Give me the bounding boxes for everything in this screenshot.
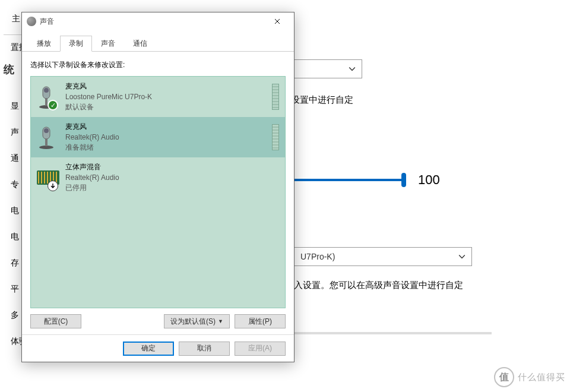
tab-playback[interactable]: 播放 bbox=[28, 36, 60, 52]
device-description: Loostone PureMic U7Pro-K bbox=[65, 93, 266, 101]
tab-sounds[interactable]: 声音 bbox=[92, 36, 124, 52]
level-meter bbox=[272, 124, 279, 150]
sidebar-item-share[interactable]: 体验共享 bbox=[0, 328, 24, 355]
input-note: 入设置。您可以在高级声音设置中进行自定 bbox=[294, 278, 570, 292]
titlebar[interactable]: 声音 bbox=[22, 12, 294, 30]
sidebar-item[interactable]: 电 bbox=[0, 198, 24, 224]
divider bbox=[4, 34, 21, 35]
sound-dialog-icon bbox=[27, 17, 36, 26]
microphone-icon: ✓ bbox=[37, 84, 59, 109]
sidebar-item[interactable]: 存 bbox=[0, 250, 24, 276]
sidebar-item[interactable]: 显 bbox=[0, 93, 24, 119]
device-action-row: 配置(C) 设为默认值(S)▼ 属性(P) bbox=[30, 314, 286, 328]
apply-button[interactable]: 应用(A) bbox=[235, 342, 286, 356]
svg-rect-10 bbox=[44, 128, 49, 133]
dialog-title: 声音 bbox=[40, 17, 265, 27]
slider-thumb[interactable] bbox=[401, 173, 406, 187]
dialog-body: 选择以下录制设备来修改设置: ✓ 麦克风 Loostone PureMic U7… bbox=[22, 52, 294, 334]
device-status: 已停用 bbox=[65, 183, 279, 193]
device-texts: 立体声混音 Realtek(R) Audio 已停用 bbox=[65, 162, 279, 193]
device-item[interactable]: 立体声混音 Realtek(R) Audio 已停用 bbox=[31, 157, 285, 198]
properties-button[interactable]: 属性(P) bbox=[235, 314, 286, 328]
chevron-down-icon bbox=[458, 253, 466, 260]
recording-device-list[interactable]: ✓ 麦克风 Loostone PureMic U7Pro-K 默认设备 bbox=[30, 76, 286, 308]
input-device-dropdown[interactable]: U7Pro-K) bbox=[294, 247, 472, 266]
cancel-button[interactable]: 取消 bbox=[179, 342, 230, 356]
instruction-text: 选择以下录制设备来修改设置: bbox=[30, 60, 286, 70]
device-item[interactable]: 麦克风 Realtek(R) Audio 准备就绪 bbox=[31, 117, 285, 157]
stereo-mix-icon bbox=[37, 165, 59, 190]
tab-recording[interactable]: 录制 bbox=[60, 36, 92, 52]
watermark-logo-icon: 值 bbox=[494, 367, 514, 387]
search-fragment[interactable]: 置找 bbox=[0, 37, 24, 58]
device-name: 麦克风 bbox=[65, 81, 266, 91]
device-name: 麦克风 bbox=[65, 122, 266, 132]
watermark-text: 什么值得买 bbox=[518, 372, 565, 383]
close-button[interactable] bbox=[265, 12, 289, 30]
default-badge-icon: ✓ bbox=[48, 100, 58, 110]
device-item[interactable]: ✓ 麦克风 Loostone PureMic U7Pro-K 默认设备 bbox=[31, 77, 285, 117]
device-description: Realtek(R) Audio bbox=[65, 133, 266, 141]
device-texts: 麦克风 Loostone PureMic U7Pro-K 默认设备 bbox=[65, 81, 266, 112]
input-device-text: U7Pro-K) bbox=[300, 252, 335, 261]
chevron-down-icon bbox=[349, 65, 356, 72]
chevron-down-icon: ▼ bbox=[218, 318, 223, 324]
sidebar-section-title: 统 bbox=[0, 58, 24, 81]
set-default-button[interactable]: 设为默认值(S)▼ bbox=[164, 314, 230, 328]
device-texts: 麦克风 Realtek(R) Audio 准备就绪 bbox=[65, 122, 266, 153]
sidebar-item[interactable]: 通 bbox=[0, 146, 24, 172]
settings-sidebar: 主 置找 统 显 声 通 专 电 电 存 平 多 体验共享 bbox=[0, 0, 24, 392]
ok-button[interactable]: 确定 bbox=[123, 342, 174, 356]
sidebar-item[interactable]: 电 bbox=[0, 224, 24, 250]
level-meter bbox=[272, 84, 279, 110]
sidebar-item[interactable]: 专 bbox=[0, 172, 24, 198]
device-status: 准备就绪 bbox=[65, 143, 266, 153]
device-status: 默认设备 bbox=[65, 102, 266, 112]
close-icon bbox=[274, 18, 280, 24]
device-name: 立体声混音 bbox=[65, 162, 279, 172]
svg-rect-6 bbox=[44, 88, 49, 93]
watermark: 值 什么值得买 bbox=[494, 367, 565, 387]
tab-communications[interactable]: 通信 bbox=[124, 36, 156, 52]
device-description: Realtek(R) Audio bbox=[65, 173, 279, 182]
set-default-label: 设为默认值(S) bbox=[170, 317, 216, 327]
sidebar-item[interactable]: 平 bbox=[0, 276, 24, 302]
sound-dialog: 声音 播放 录制 声音 通信 选择以下录制设备来修改设置: ✓ bbox=[21, 12, 294, 362]
volume-value: 100 bbox=[418, 172, 440, 188]
dialog-footer: 确定 取消 应用(A) bbox=[22, 334, 294, 362]
sidebar-item[interactable]: 声 bbox=[0, 119, 24, 146]
configure-button[interactable]: 配置(C) bbox=[30, 314, 81, 328]
tabstrip: 播放 录制 声音 通信 bbox=[22, 30, 294, 52]
sidebar-item[interactable]: 主 bbox=[0, 6, 24, 32]
arrow-down-badge-icon bbox=[48, 181, 58, 191]
sidebar-item[interactable]: 多 bbox=[0, 302, 24, 328]
microphone-icon bbox=[37, 125, 59, 150]
